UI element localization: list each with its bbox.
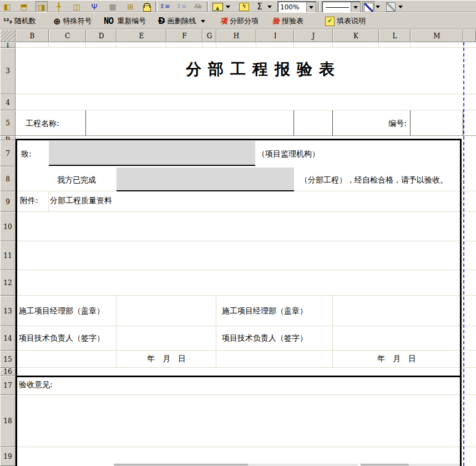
partial-cell xyxy=(361,464,409,466)
selection-range-icon: ▦ xyxy=(107,1,118,12)
row-header-14[interactable]: 14 xyxy=(0,326,16,351)
lock-cells-icon[interactable] xyxy=(141,1,153,12)
column-header-H[interactable]: H xyxy=(216,29,256,42)
column-header-G[interactable]: G xyxy=(202,29,216,42)
completed-work-field[interactable] xyxy=(117,168,294,191)
line-style-combo[interactable] xyxy=(322,1,361,13)
fill-instructions-button[interactable]: ✔ 填表说明 xyxy=(325,14,366,28)
split-cells-icon[interactable]: ╀ xyxy=(53,1,64,12)
quick-table-icon[interactable]: ϟ xyxy=(239,1,250,12)
sheet-area[interactable] xyxy=(16,42,476,466)
renumber-cells-icon[interactable]: ⊞ xyxy=(125,1,136,12)
insert-picture-icon[interactable]: ▲ xyxy=(211,1,224,12)
gridline xyxy=(16,241,476,241)
autosum-dropdown[interactable] xyxy=(266,1,274,12)
table-frame-middle xyxy=(16,376,462,377)
cell-border xyxy=(410,110,411,136)
column-header-F[interactable]: F xyxy=(166,29,202,42)
addin-toolbar: ¹²₃ 随机数 ⊕ 特殊符号 NO 重新编号 Đ 画删除线 项 分部分项 验 报… xyxy=(0,12,476,29)
random-number-label: 随机数 xyxy=(14,16,36,26)
gridline xyxy=(16,350,476,351)
special-symbol-label: 特殊符号 xyxy=(63,16,92,26)
row-header-19[interactable]: 19 xyxy=(0,447,16,466)
gridline xyxy=(16,135,476,136)
row-header-6[interactable]: 6 xyxy=(0,136,16,140)
dropdown-arrow-icon xyxy=(353,6,358,9)
row-header-5[interactable]: 5 xyxy=(0,110,16,136)
supervisor-suffix: （项目监理机构） xyxy=(257,149,320,159)
date-right: 年 月 日 xyxy=(333,353,460,364)
date-left: 年 月 日 xyxy=(117,353,216,364)
strikethrough-button[interactable]: Đ 画删除线 xyxy=(158,14,205,28)
form-title: 分部工程报验表 xyxy=(67,59,460,80)
row-header-1[interactable]: 1 xyxy=(0,42,16,48)
row-header-12[interactable]: 12 xyxy=(0,270,16,296)
quick-table-glyph: ϟ xyxy=(239,3,249,11)
insert-picture-dropdown[interactable] xyxy=(224,1,232,12)
zoom-combo[interactable]: 100% xyxy=(277,1,316,13)
subdivision-button[interactable]: 项 分部分项 xyxy=(220,14,259,28)
page-break-line xyxy=(463,42,464,466)
gridline xyxy=(202,42,202,48)
dropdown-arrow-icon xyxy=(309,6,313,9)
special-symbol-icon: ⊕ xyxy=(53,16,60,27)
gridline xyxy=(85,42,86,48)
gridline xyxy=(16,367,476,368)
row-header-16[interactable]: 16 xyxy=(0,368,16,376)
sign-label-left: 项目技术负责人（签字） xyxy=(19,333,104,343)
row-header-4[interactable]: 4 xyxy=(0,94,16,110)
zoom-dropdown-button[interactable] xyxy=(306,2,316,12)
column-header-E[interactable]: E xyxy=(117,29,166,42)
row-height-increase-icon[interactable]: ⇕≡ xyxy=(159,1,170,12)
column-header-B[interactable]: B xyxy=(16,29,49,42)
column-header-L[interactable]: L xyxy=(379,29,411,42)
row-header-8[interactable]: 8 xyxy=(0,166,16,191)
table-frame-right xyxy=(460,139,462,466)
row-header-15[interactable]: 15 xyxy=(0,351,16,368)
special-symbol-button[interactable]: ⊕ 特殊符号 xyxy=(53,14,92,28)
column-header-I[interactable]: I xyxy=(256,29,294,42)
column-header-J[interactable]: J xyxy=(294,29,333,42)
row-header-17[interactable]: 17 xyxy=(0,376,16,395)
column-header-partial[interactable] xyxy=(463,29,476,42)
column-header-M[interactable]: M xyxy=(411,29,463,42)
row-header-11[interactable]: 11 xyxy=(0,241,16,270)
autosum-icon[interactable]: Σ xyxy=(254,1,265,12)
gridline xyxy=(332,296,333,367)
border-diagonal2-dropdown[interactable] xyxy=(397,1,404,12)
picture-glyph: ▲ xyxy=(212,3,223,11)
line-style-dropdown-button[interactable] xyxy=(351,2,360,12)
column-header-K[interactable]: K xyxy=(333,29,379,42)
lock-shackle xyxy=(144,3,150,8)
renumber-icon: NO xyxy=(104,16,113,26)
gridline xyxy=(16,110,476,110)
gridline xyxy=(48,42,49,48)
insert-cells-right-icon[interactable]: ◨ xyxy=(36,1,48,13)
supervisor-name-field[interactable] xyxy=(49,141,255,166)
insert-cells-left-icon[interactable]: ◧ xyxy=(2,1,13,12)
sign-label-right: 项目技术负责人（签字） xyxy=(222,333,307,343)
inspection-form-button[interactable]: 验 报验表 xyxy=(272,14,303,28)
column-header-C[interactable]: C xyxy=(49,29,86,42)
row-header-9[interactable]: 9 xyxy=(0,191,16,212)
renumber-button[interactable]: NO 重新编号 xyxy=(102,14,146,28)
dropdown-arrow-icon[interactable] xyxy=(201,20,205,23)
column-header-D[interactable]: D xyxy=(86,29,117,42)
row-header-3[interactable]: 3 xyxy=(0,48,16,94)
seal-label-right: 施工项目经理部（盖章） xyxy=(222,306,307,316)
insert-cells-down-icon[interactable]: ⬒ xyxy=(18,1,29,12)
select-all-corner[interactable] xyxy=(0,29,16,42)
row-header-13[interactable]: 13 xyxy=(0,296,16,326)
fill-down-icon[interactable]: Ψ xyxy=(89,1,100,12)
border-diagonal-dropdown[interactable] xyxy=(374,1,382,12)
row-header-7[interactable]: 7 xyxy=(0,140,16,166)
merge-cells-icon[interactable]: ◫ xyxy=(71,1,82,12)
inspection-form-label: 报验表 xyxy=(282,16,303,26)
row-header-18[interactable]: 18 xyxy=(0,395,16,447)
row-header-10[interactable]: 10 xyxy=(0,212,16,241)
clear-format-icon: Ab xyxy=(193,1,204,12)
border-diagonal-icon[interactable] xyxy=(362,1,374,13)
gridline xyxy=(48,191,49,212)
random-number-button[interactable]: ¹²₃ 随机数 xyxy=(3,14,36,28)
border-diagonal2-icon[interactable] xyxy=(385,1,396,12)
